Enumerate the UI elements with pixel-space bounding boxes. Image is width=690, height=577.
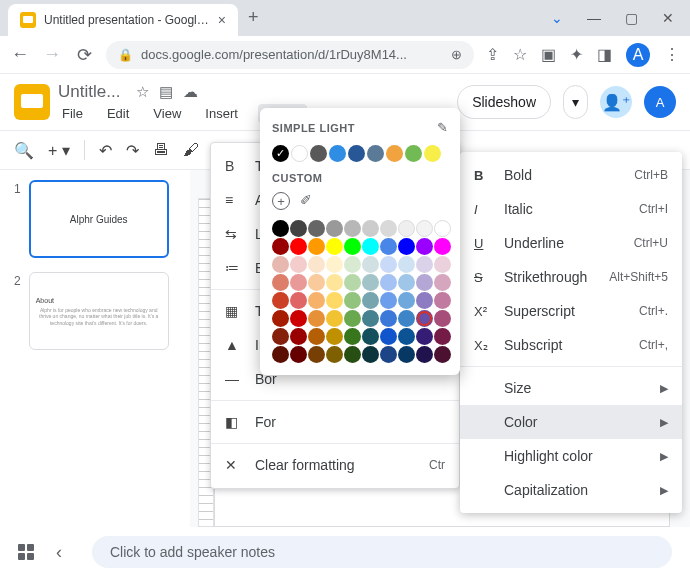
move-icon[interactable]: ▤ xyxy=(159,83,173,100)
color-swatch[interactable] xyxy=(434,292,451,309)
text-item-subscript[interactable]: X₂SubscriptCtrl+, xyxy=(460,328,682,362)
color-swatch[interactable] xyxy=(398,310,415,327)
color-swatch[interactable] xyxy=(272,328,289,345)
color-swatch[interactable] xyxy=(272,256,289,273)
color-swatch[interactable] xyxy=(434,346,451,363)
color-swatch[interactable] xyxy=(308,328,325,345)
color-swatch[interactable] xyxy=(308,346,325,363)
color-swatch[interactable] xyxy=(344,256,361,273)
text-item-bold[interactable]: BBoldCtrl+B xyxy=(460,158,682,192)
undo-button[interactable]: ↶ xyxy=(99,141,112,160)
color-swatch[interactable] xyxy=(380,328,397,345)
color-swatch[interactable] xyxy=(308,310,325,327)
extensions-icon[interactable]: ✦ xyxy=(570,45,583,64)
color-swatch[interactable] xyxy=(398,346,415,363)
color-swatch[interactable] xyxy=(434,328,451,345)
color-swatch[interactable] xyxy=(344,274,361,291)
color-swatch[interactable] xyxy=(416,328,433,345)
browser-tab[interactable]: Untitled presentation - Google S × xyxy=(8,4,238,36)
minimize-button[interactable]: — xyxy=(587,10,601,26)
color-swatch[interactable] xyxy=(272,292,289,309)
text-item-color[interactable]: Color▶ xyxy=(460,405,682,439)
color-swatch[interactable] xyxy=(416,220,433,237)
color-swatch[interactable] xyxy=(416,346,433,363)
color-swatch[interactable] xyxy=(362,346,379,363)
sidepanel-icon[interactable]: ◨ xyxy=(597,45,612,64)
profile-avatar[interactable]: A xyxy=(626,43,650,67)
theme-swatch[interactable] xyxy=(272,145,289,162)
text-item-capitalization[interactable]: Capitalization▶ xyxy=(460,473,682,507)
color-swatch[interactable] xyxy=(290,310,307,327)
color-swatch[interactable] xyxy=(326,328,343,345)
color-swatch[interactable] xyxy=(326,238,343,255)
redo-button[interactable]: ↷ xyxy=(126,141,139,160)
color-swatch[interactable] xyxy=(434,274,451,291)
menu-insert[interactable]: Insert xyxy=(201,104,242,123)
color-swatch[interactable] xyxy=(362,256,379,273)
zoom-icon[interactable]: ⊕ xyxy=(451,47,462,62)
menu-edit[interactable]: Edit xyxy=(103,104,133,123)
color-swatch[interactable] xyxy=(290,256,307,273)
color-swatch[interactable] xyxy=(416,238,433,255)
install-icon[interactable]: ▣ xyxy=(541,45,556,64)
color-swatch[interactable] xyxy=(290,328,307,345)
document-title[interactable]: Untitle... xyxy=(58,82,120,102)
share-icon[interactable]: ⇪ xyxy=(486,45,499,64)
slideshow-button[interactable]: Slideshow xyxy=(457,85,551,119)
color-swatch[interactable] xyxy=(380,292,397,309)
theme-swatch[interactable] xyxy=(329,145,346,162)
color-swatch[interactable] xyxy=(272,310,289,327)
bookmark-icon[interactable]: ☆ xyxy=(513,45,527,64)
color-swatch[interactable] xyxy=(290,346,307,363)
color-swatch[interactable] xyxy=(308,274,325,291)
prev-slide-button[interactable]: ‹ xyxy=(56,542,62,563)
new-tab-button[interactable]: + xyxy=(248,7,259,28)
color-swatch[interactable] xyxy=(308,256,325,273)
color-swatch[interactable] xyxy=(362,292,379,309)
slideshow-dropdown[interactable]: ▾ xyxy=(563,85,588,119)
color-swatch[interactable] xyxy=(380,238,397,255)
color-swatch[interactable] xyxy=(380,256,397,273)
color-swatch[interactable] xyxy=(344,328,361,345)
format-item-format-options[interactable]: ◧For xyxy=(211,405,459,439)
url-box[interactable]: 🔒 docs.google.com/presentation/d/1rDuy8M… xyxy=(106,41,474,69)
speaker-notes-input[interactable]: Click to add speaker notes xyxy=(92,536,672,568)
color-swatch[interactable] xyxy=(308,292,325,309)
color-swatch[interactable] xyxy=(362,220,379,237)
search-icon[interactable]: 🔍 xyxy=(14,141,34,160)
slide-thumbnail[interactable]: AboutAlphr is for people who embrace new… xyxy=(29,272,169,350)
forward-button[interactable]: → xyxy=(42,44,62,65)
paint-format-button[interactable]: 🖌 xyxy=(183,141,199,159)
color-swatch[interactable] xyxy=(290,220,307,237)
color-swatch[interactable] xyxy=(326,274,343,291)
color-swatch[interactable] xyxy=(398,238,415,255)
reload-button[interactable]: ⟳ xyxy=(74,44,94,66)
new-slide-button[interactable]: + ▾ xyxy=(48,141,70,160)
theme-swatch[interactable] xyxy=(405,145,422,162)
text-item-superscript[interactable]: X²SuperscriptCtrl+. xyxy=(460,294,682,328)
color-swatch[interactable] xyxy=(434,310,451,327)
color-swatch[interactable] xyxy=(290,292,307,309)
color-swatch[interactable] xyxy=(380,274,397,291)
star-icon[interactable]: ☆ xyxy=(136,83,149,100)
color-swatch[interactable] xyxy=(416,310,433,327)
color-swatch[interactable] xyxy=(344,310,361,327)
color-swatch[interactable] xyxy=(344,346,361,363)
color-swatch[interactable] xyxy=(434,238,451,255)
color-swatch[interactable] xyxy=(290,238,307,255)
color-swatch[interactable] xyxy=(362,274,379,291)
color-swatch[interactable] xyxy=(362,310,379,327)
slide-thumbnail[interactable]: Alphr Guides xyxy=(29,180,169,258)
color-swatch[interactable] xyxy=(380,220,397,237)
theme-swatch[interactable] xyxy=(386,145,403,162)
account-avatar[interactable]: A xyxy=(644,86,676,118)
eyedropper-icon[interactable]: ✐ xyxy=(300,192,312,210)
add-custom-color-button[interactable]: + xyxy=(272,192,290,210)
kebab-menu-icon[interactable]: ⋮ xyxy=(664,45,680,64)
edit-theme-icon[interactable]: ✎ xyxy=(437,120,448,135)
share-button[interactable]: 👤⁺ xyxy=(600,86,632,118)
text-item-strikethrough[interactable]: SStrikethroughAlt+Shift+5 xyxy=(460,260,682,294)
color-swatch[interactable] xyxy=(272,346,289,363)
color-swatch[interactable] xyxy=(416,274,433,291)
color-swatch[interactable] xyxy=(308,238,325,255)
